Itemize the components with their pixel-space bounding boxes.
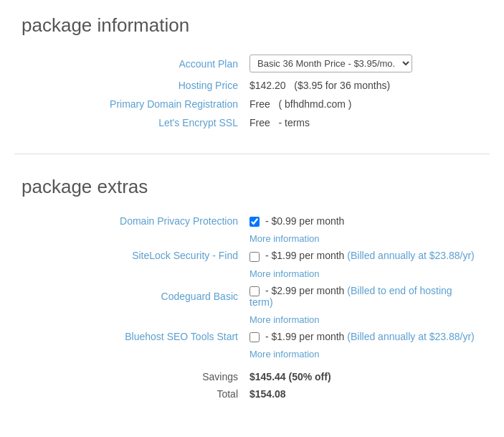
total-value: $154.08 — [244, 385, 482, 403]
domain-privacy-more-row: More information — [22, 230, 482, 247]
package-extras-table: Domain Privacy Protection - $0.99 per mo… — [22, 212, 482, 403]
package-information-table: Account Plan Basic 36 Month Price - $3.9… — [22, 51, 482, 132]
seo-tools-value: - $1.99 per month (Billed annually at $2… — [244, 328, 482, 345]
codeguard-price: - $2.99 per month — [265, 285, 345, 296]
codeguard-more-info[interactable]: More information — [249, 314, 477, 325]
package-information-title: package information — [22, 14, 482, 37]
codeguard-row: Codeguard Basic - $2.99 per month (Bille… — [22, 282, 482, 311]
sitelock-label: SiteLock Security - Find — [22, 247, 244, 264]
domain-privacy-more-info[interactable]: More information — [249, 233, 477, 244]
hosting-price-label: Hosting Price — [22, 76, 244, 95]
savings-label: Savings — [22, 368, 244, 385]
package-extras-section: package extras Domain Privacy Protection… — [0, 154, 504, 424]
account-plan-row: Account Plan Basic 36 Month Price - $3.9… — [22, 51, 482, 76]
seo-tools-label: Bluehost SEO Tools Start — [22, 328, 244, 345]
hosting-price-value: $142.20 ($3.95 for 36 months) — [244, 76, 482, 95]
primary-domain-row: Primary Domain Registration Free ( bfhdh… — [22, 95, 482, 113]
sitelock-price: - $1.99 per month — [265, 250, 345, 261]
package-extras-title: package extras — [22, 176, 482, 198]
codeguard-more-row: More information — [22, 311, 482, 328]
domain-privacy-label: Domain Privacy Protection — [22, 212, 244, 230]
domain-privacy-row: Domain Privacy Protection - $0.99 per mo… — [22, 212, 482, 230]
ssl-value: Free - terms — [244, 113, 482, 132]
ssl-detail: - terms — [278, 117, 310, 128]
total-label: Total — [22, 385, 244, 403]
sitelock-more-row: More information — [22, 265, 482, 282]
codeguard-checkbox[interactable] — [249, 286, 260, 296]
primary-domain-free: Free — [249, 98, 270, 110]
total-amount: $154.08 — [249, 388, 286, 400]
seo-tools-more-info[interactable]: More information — [249, 349, 477, 360]
seo-tools-row: Bluehost SEO Tools Start - $1.99 per mon… — [22, 328, 482, 345]
ssl-row: Let's Encrypt SSL Free - terms — [22, 113, 482, 132]
savings-row: Savings $145.44 (50% off) — [22, 368, 482, 385]
hosting-price-row: Hosting Price $142.20 ($3.95 for 36 mont… — [22, 76, 482, 95]
savings-amount: $145.44 (50% off) — [249, 371, 331, 382]
sitelock-row: SiteLock Security - Find - $1.99 per mon… — [22, 247, 482, 264]
codeguard-value: - $2.99 per month (Billed to end of host… — [244, 282, 482, 311]
ssl-label: Let's Encrypt SSL — [22, 113, 244, 132]
seo-tools-billed: (Billed annually at $23.88/yr) — [347, 331, 474, 342]
domain-privacy-checkbox[interactable] — [249, 217, 260, 227]
primary-domain-detail: ( bfhdhmd.com ) — [278, 98, 351, 110]
sitelock-more-info[interactable]: More information — [249, 268, 477, 279]
seo-tools-checkbox[interactable] — [249, 332, 260, 342]
ssl-free: Free — [249, 117, 270, 128]
sitelock-checkbox[interactable] — [249, 252, 260, 262]
account-plan-select[interactable]: Basic 36 Month Price - $3.95/mo.Basic 12… — [249, 55, 412, 72]
codeguard-label: Codeguard Basic — [22, 282, 244, 311]
sitelock-billed: (Billed annually at $23.88/yr) — [347, 250, 474, 261]
package-information-section: package information Account Plan Basic 3… — [0, 0, 504, 154]
sitelock-value: - $1.99 per month (Billed annually at $2… — [244, 247, 482, 264]
primary-domain-label: Primary Domain Registration — [22, 95, 244, 113]
hosting-price-amount: $142.20 — [249, 80, 286, 91]
savings-value: $145.44 (50% off) — [244, 368, 482, 385]
seo-tools-price: - $1.99 per month — [265, 331, 345, 342]
domain-privacy-price: - $0.99 per month — [265, 215, 345, 227]
primary-domain-value: Free ( bfhdhmd.com ) — [244, 95, 482, 113]
total-row: Total $154.08 — [22, 385, 482, 403]
account-plan-label: Account Plan — [22, 51, 244, 76]
account-plan-value: Basic 36 Month Price - $3.95/mo.Basic 12… — [244, 51, 482, 76]
hosting-price-detail: ($3.95 for 36 months) — [294, 80, 390, 91]
spacer-row — [22, 362, 482, 368]
domain-privacy-value: - $0.99 per month — [244, 212, 482, 230]
seo-tools-more-row: More information — [22, 345, 482, 362]
